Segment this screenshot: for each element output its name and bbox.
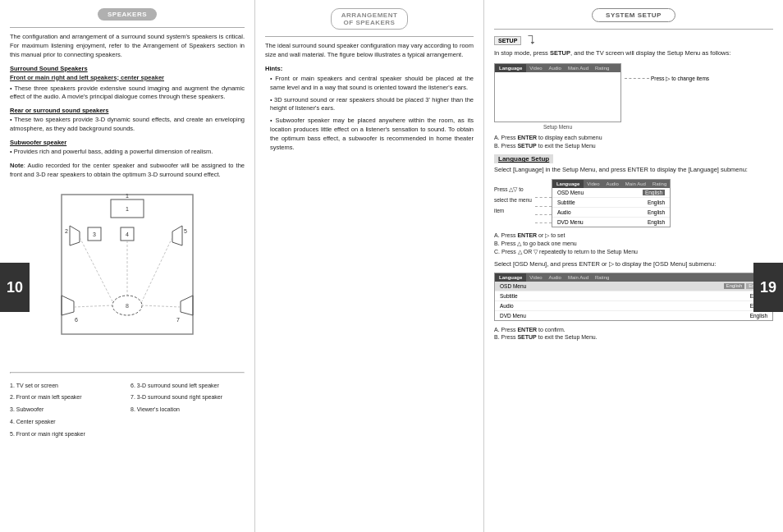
svg-line-19 (74, 305, 112, 307)
hints-heading: Hints: (265, 65, 474, 72)
subwoofer-body: • Provides rich and powerful bass, addin… (10, 148, 245, 157)
note-text: Note: Note: Audio recorded for the cente… (10, 162, 245, 180)
hint-1: • Front or main speakers and central spe… (270, 75, 474, 93)
arrangement-intro: The ideal surround sound speaker configu… (265, 42, 474, 60)
svg-text:7: 7 (176, 317, 180, 323)
row-osd: OSD MenuEnglish (552, 188, 670, 198)
svg-text:1: 1 (126, 193, 129, 199)
dashed-line-1 (625, 78, 649, 79)
osd-pressA: A. Press ENTER to confirm. (494, 326, 773, 334)
speakers-intro: The configuration and arrangement of a s… (10, 33, 245, 60)
page-number-right-value: 19 (760, 279, 776, 296)
svg-line-18 (142, 237, 172, 301)
svg-text:5: 5 (184, 228, 187, 234)
language-setup-heading: Language Setup (494, 154, 553, 163)
lang-pressA: A. Press ENTER or ▷ to set (494, 232, 773, 240)
surround-speakers-body: • These three speakers provide extensive… (10, 85, 245, 103)
lang-pressC: C. Press △ OR ▽ repeatedly to return to … (494, 248, 773, 256)
osd-pressB: B. Press SETUP to exit the Setup Menu. (494, 333, 773, 342)
svg-marker-9 (172, 226, 182, 245)
setup-menu-caption: Setup Menu (494, 124, 621, 130)
arrangement-header-container: ARRANGEMENT OF SPEAKERS (265, 8, 474, 30)
system-setup-title: SYSTEM SETUP (592, 8, 675, 22)
column-arrangement: ARRANGEMENT OF SPEAKERS The ideal surrou… (254, 0, 484, 532)
lang-pressB: B. Press △ to go back one menu (494, 240, 773, 248)
setup-menu-tabs: Language Video Audio Main Aud Rating (495, 64, 620, 72)
setup-menu-area: Language Video Audio Main Aud Rating Pre… (494, 63, 773, 122)
svg-text:3: 3 (93, 232, 96, 237)
svg-line-20 (142, 305, 181, 307)
lang-menu-tabs: Language Video Audio Main Aud Rating (552, 180, 670, 188)
tab-rating: Rating (592, 64, 612, 72)
language-menu-area: Press △▽ to select the menu item Languag… (494, 179, 773, 227)
column-speakers: SPEAKERS The configuration and arrangeme… (0, 0, 254, 532)
svg-marker-7 (70, 226, 80, 245)
setup-label: SETUP (494, 36, 521, 45)
footnotes-area: 1. TV set or screen 2. Front or main lef… (10, 378, 245, 439)
press-setup-note: B. Press SETUP to exit the Setup Menu (494, 142, 773, 150)
tab-mainaud: Main Aud (565, 64, 592, 72)
change-items-label: Press ▷ to change items (625, 76, 709, 82)
footnote-1: 1. TV set or screen (10, 382, 124, 391)
press-enter-note: A. Press ENTER to display each submenu (494, 134, 773, 142)
osd-menu-box: Language Video Audio Main Aud Rating OSD… (494, 273, 773, 321)
svg-text:6: 6 (75, 317, 78, 323)
footnote-7: 7. 3-D surround sound right speaker (130, 393, 245, 402)
osd-row-4: DVD MenuEnglish (495, 311, 772, 320)
svg-text:2: 2 (65, 228, 68, 234)
setup-menu-content (495, 72, 620, 122)
subwoofer-heading: Subwoofer speaker (10, 139, 245, 146)
footnote-4: 4. Center speaker (10, 418, 124, 427)
svg-rect-0 (62, 195, 193, 334)
surround-speakers-heading: Surround Sound Speakers (10, 65, 245, 72)
setup-intro: In stop mode, press SETUP, and the TV sc… (494, 49, 773, 58)
rear-speakers-body: • These two speakers provide 3-D dynamic… (10, 116, 245, 134)
footnote-6: 6. 3-D surround sound left speaker (130, 382, 245, 391)
column-system-setup: SYSTEM SETUP SETUP ⮧ In stop mode, press… (484, 0, 783, 532)
osd-menu-rows: OSD Menu English English SubtitleEnglish… (495, 282, 772, 320)
language-menu-box: Language Video Audio Main Aud Rating OSD… (552, 179, 671, 227)
row-dvd: DVD MenuEnglish (552, 218, 670, 227)
tab-language: Language (495, 64, 526, 72)
rear-speakers-heading: Rear or surround sound speakers (10, 107, 245, 114)
footnotes-left: 1. TV set or screen 2. Front or main lef… (10, 378, 124, 439)
speaker-diagram: 1 3 4 2 5 8 6 (45, 186, 209, 367)
svg-text:1: 1 (126, 206, 129, 212)
tab-audio: Audio (546, 64, 565, 72)
lang-menu-arrow (535, 179, 552, 223)
change-items-text: Press ▷ to change items (651, 76, 709, 82)
svg-text:4: 4 (126, 232, 129, 237)
setup-cursor-icon: ⮧ (526, 34, 537, 45)
osd-intro: Select [OSD Menu], and press ENTER or ▷ … (494, 260, 773, 269)
svg-marker-13 (62, 296, 74, 315)
osd-row-2: SubtitleEnglish (495, 291, 772, 301)
speakers-header-container: SPEAKERS (10, 8, 245, 21)
osd-row-1: OSD Menu English English (495, 282, 772, 291)
tab-video: Video (526, 64, 545, 72)
page: 10 SPEAKERS The configuration and arrang… (0, 0, 783, 532)
arrangement-title: ARRANGEMENT OF SPEAKERS (331, 8, 409, 30)
footnote-2: 2. Front or main left speaker (10, 393, 124, 402)
osd-menu-tabs: Language Video Audio Main Aud Rating (495, 273, 772, 282)
lang-menu-rows: OSD MenuEnglish SubtitleEnglish AudioEng… (552, 188, 670, 227)
osd-row-3: AudioEnglish (495, 301, 772, 311)
page-number-right: 19 (753, 263, 783, 312)
footnotes-right: 6. 3-D surround sound left speaker 7. 3-… (130, 378, 245, 439)
center-speaker-subheading: Front or main right and left speakers; c… (10, 74, 245, 83)
hint-3: • Subwoofer speaker may be placed anywhe… (270, 117, 474, 153)
row-subtitle: SubtitleEnglish (552, 198, 670, 208)
system-setup-header-container: SYSTEM SETUP (494, 8, 773, 22)
speaker-diagram-svg: 1 3 4 2 5 8 6 (45, 186, 209, 367)
language-setup-intro: Select [Language] in the Setup Menu, and… (494, 166, 773, 175)
row-audio: AudioEnglish (552, 208, 670, 218)
speakers-title: SPEAKERS (98, 8, 157, 21)
setup-menu-box: Language Video Audio Main Aud Rating (494, 63, 621, 122)
footnote-3: 3. Subwoofer (10, 406, 124, 415)
svg-line-17 (80, 237, 112, 301)
press-select-label: Press △▽ to select the menu item (494, 184, 532, 216)
svg-text:8: 8 (126, 303, 129, 309)
svg-marker-15 (181, 296, 193, 315)
footnote-5: 5. Front or main right speaker (10, 430, 124, 439)
setup-icon-area: SETUP ⮧ (494, 34, 773, 45)
footnote-8: 8. Viewer's location (130, 406, 245, 415)
